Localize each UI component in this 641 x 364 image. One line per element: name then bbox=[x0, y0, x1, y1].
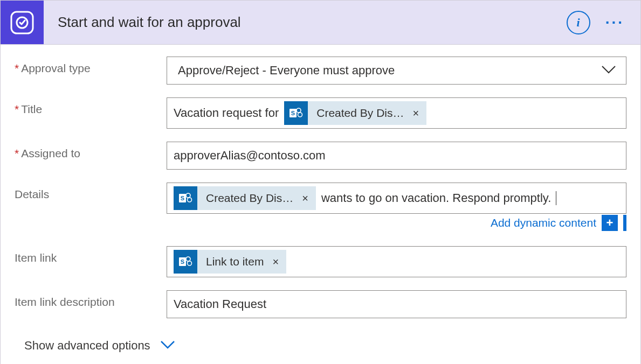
approval-action-card: Start and wait for an approval i ··· * A… bbox=[0, 0, 641, 364]
svg-point-13 bbox=[188, 261, 192, 265]
token-remove-button[interactable]: × bbox=[271, 256, 286, 268]
text-caret bbox=[556, 191, 556, 205]
svg-point-5 bbox=[298, 113, 302, 117]
show-advanced-label: Show advanced options bbox=[24, 339, 150, 353]
label-title: * Title bbox=[15, 97, 167, 116]
row-item-link: Item link S Link to item × bbox=[15, 246, 626, 277]
svg-point-9 bbox=[188, 198, 192, 202]
add-dynamic-content-link[interactable]: Add dynamic content bbox=[491, 216, 596, 229]
required-marker: * bbox=[15, 103, 19, 116]
chevron-down-icon bbox=[160, 339, 175, 353]
label-text: Item link bbox=[15, 251, 57, 264]
row-item-link-desc: Item link description Vacation Request bbox=[15, 290, 626, 318]
more-actions-button[interactable]: ··· bbox=[605, 14, 624, 31]
label-item-link-desc: Item link description bbox=[15, 290, 167, 309]
token-label: Created By Dis… bbox=[308, 107, 411, 120]
svg-point-8 bbox=[186, 193, 190, 198]
info-button[interactable]: i bbox=[567, 11, 590, 34]
label-text: Title bbox=[21, 103, 42, 116]
svg-text:S: S bbox=[181, 195, 184, 201]
label-details: Details bbox=[15, 183, 167, 201]
label-text: Details bbox=[15, 188, 49, 201]
label-assigned-to: * Assigned to bbox=[15, 142, 167, 160]
card-body: * Approval type Approve/Reject - Everyon… bbox=[1, 45, 640, 364]
title-pre-text: Vacation request for bbox=[173, 104, 280, 122]
label-text: Assigned to bbox=[21, 147, 80, 160]
assigned-to-value: approverAlias@contoso.com bbox=[173, 146, 327, 165]
token-label: Link to item bbox=[197, 255, 271, 268]
required-marker: * bbox=[15, 62, 19, 75]
required-marker: * bbox=[15, 147, 19, 160]
token-created-by-display[interactable]: S Created By Dis… × bbox=[174, 186, 316, 210]
row-assigned-to: * Assigned to approverAlias@contoso.com bbox=[15, 142, 626, 170]
label-text: Approval type bbox=[21, 62, 90, 75]
approval-type-value: Approve/Reject - Everyone must approve bbox=[177, 61, 396, 80]
svg-text:S: S bbox=[181, 258, 184, 265]
sharepoint-icon: S bbox=[174, 250, 197, 274]
item-link-input[interactable]: S Link to item × bbox=[167, 246, 626, 277]
svg-point-4 bbox=[297, 108, 301, 113]
token-label: Created By Dis… bbox=[197, 192, 301, 205]
row-details: Details S Created By Dis… × wants bbox=[15, 183, 626, 214]
svg-text:S: S bbox=[291, 110, 295, 116]
title-input[interactable]: Vacation request for S Created By Dis… × bbox=[167, 97, 626, 129]
approval-type-select[interactable]: Approve/Reject - Everyone must approve bbox=[167, 57, 626, 85]
token-created-by-display[interactable]: S Created By Dis… × bbox=[284, 101, 426, 125]
label-approval-type: * Approval type bbox=[15, 57, 167, 75]
token-remove-button[interactable]: × bbox=[301, 192, 316, 205]
add-dynamic-content-side-bar bbox=[623, 215, 626, 231]
row-title: * Title Vacation request for S Created B… bbox=[15, 97, 626, 129]
details-post-text: wants to go on vacation. Respond promptl… bbox=[320, 189, 552, 207]
approval-action-icon bbox=[1, 1, 44, 44]
add-dynamic-content-plus-button[interactable]: + bbox=[602, 215, 618, 231]
label-text: Item link description bbox=[15, 296, 115, 309]
item-link-desc-input[interactable]: Vacation Request bbox=[167, 290, 626, 318]
sharepoint-icon: S bbox=[284, 101, 308, 125]
card-title: Start and wait for an approval bbox=[58, 14, 567, 31]
item-link-desc-value: Vacation Request bbox=[173, 295, 267, 313]
show-advanced-options-toggle[interactable]: Show advanced options bbox=[24, 339, 175, 353]
row-approval-type: * Approval type Approve/Reject - Everyon… bbox=[15, 57, 626, 85]
assigned-to-input[interactable]: approverAlias@contoso.com bbox=[167, 142, 626, 170]
sharepoint-icon: S bbox=[174, 186, 197, 210]
details-input[interactable]: S Created By Dis… × wants to go on vacat… bbox=[167, 183, 626, 214]
add-dynamic-content-row: Add dynamic content + bbox=[167, 215, 626, 231]
svg-point-12 bbox=[186, 257, 190, 261]
token-remove-button[interactable]: × bbox=[411, 107, 426, 120]
token-link-to-item[interactable]: S Link to item × bbox=[174, 250, 286, 274]
chevron-down-icon bbox=[601, 64, 616, 77]
card-header: Start and wait for an approval i ··· bbox=[1, 1, 640, 45]
label-item-link: Item link bbox=[15, 246, 167, 264]
